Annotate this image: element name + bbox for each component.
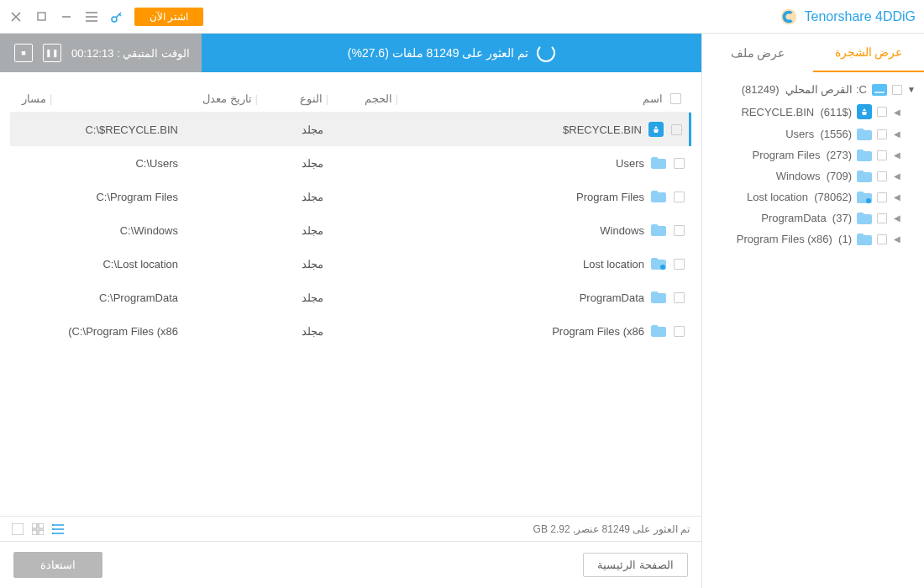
tree-label: (Program Files (273 [753,149,853,161]
table-header: اسم |الحجم |النوع |تاريخ معدل |مسار [10,86,691,113]
table-row[interactable]: Lost locationمجلدC:\Lost location [10,247,691,281]
svg-point-4 [866,198,871,203]
checkbox[interactable] [877,129,887,139]
table-row[interactable]: RECYCLE.BIN$مجلدC:\$RECYCLE.BIN [10,113,691,146]
home-button[interactable]: الصفحة الرئيسية [583,553,688,577]
col-date[interactable]: |تاريخ معدل [181,92,282,105]
grid-view-icon[interactable] [32,523,44,535]
key-icon[interactable] [109,9,124,24]
tree-item[interactable]: ◀(Program Files (x86) (1 [702,228,924,249]
row-checkbox[interactable] [674,292,685,303]
row-name: RECYCLE.BIN$ [563,123,642,136]
folder-icon [857,213,872,224]
row-type: مجلد [279,291,346,304]
tree-item[interactable]: ◀(RECYCLE.BIN (611$ [702,100,924,123]
row-checkbox[interactable] [671,124,682,135]
chevron-left-icon[interactable]: ◀ [892,150,900,160]
table-row[interactable]: WindowsمجلدC:\Windows [10,213,691,247]
row-name: ProgramData [580,291,644,304]
table-row[interactable]: ProgramDataمجلدC:\ProgramData [10,281,691,314]
svg-point-6 [52,524,54,526]
tree-item[interactable]: ◀(ProgramData (37 [702,207,924,228]
folder-icon [857,150,872,161]
checkbox[interactable] [877,171,887,181]
checkbox[interactable] [877,107,887,117]
select-all-checkbox[interactable] [670,93,681,104]
close-icon[interactable] [8,9,24,24]
checkbox[interactable] [877,234,887,244]
chevron-left-icon[interactable]: ◀ [892,171,900,181]
chevron-down-icon[interactable]: ▼ [907,85,916,94]
row-name: Windows [600,224,644,237]
folder-icon [857,171,872,182]
list-view-icon[interactable] [52,523,64,535]
spinner-icon [537,44,555,62]
table-row[interactable]: Program FilesمجلدC:\Program Files [10,180,691,213]
row-path: (C:\Program Files (x86 [10,325,178,338]
recover-button[interactable]: استعادة [13,552,102,578]
time-remaining: الوقت المتبقي : 00:12:13 ❚❚ ■ [0,34,202,72]
checkbox[interactable] [877,192,887,202]
col-size[interactable]: |الحجم [349,92,417,105]
logo-icon [780,8,798,26]
row-name: Lost location [583,258,644,270]
svg-rect-13 [12,523,24,535]
tree-label: (Users (1556 [785,128,852,140]
tree-label: (Windows (709 [776,170,852,182]
checkbox[interactable] [892,85,902,95]
checkbox[interactable] [877,150,887,160]
tab-file-view[interactable]: عرض ملف [702,34,813,72]
chevron-left-icon[interactable]: ◀ [892,213,900,223]
tree-root[interactable]: ▼ C: القرص المحلي (81249) [702,79,924,100]
row-name: Program Files [576,191,644,203]
checkbox[interactable] [877,213,887,223]
svg-rect-11 [32,530,37,535]
svg-rect-9 [32,523,37,528]
table-row[interactable]: UsersمجلدC:\Users [10,146,691,180]
folder-icon [857,192,872,203]
chevron-left-icon[interactable]: ◀ [892,192,900,202]
row-name: Users [616,157,644,170]
row-checkbox[interactable] [674,192,685,202]
buy-button[interactable]: اشتر الآن [134,8,203,26]
maximize-icon[interactable] [34,9,49,24]
tree-label: (ProgramData (37 [761,212,852,224]
row-type: مجلد [279,258,346,270]
row-checkbox[interactable] [674,259,685,270]
folder-icon [651,291,666,303]
tree-item[interactable]: ◀(Lost location (78062 [702,186,924,207]
col-path[interactable]: |مسار [13,92,181,105]
minimize-icon[interactable] [59,9,74,24]
svg-rect-12 [39,530,44,535]
row-path: C:\Program Files [10,191,178,203]
svg-point-5 [660,265,665,270]
row-type: مجلد [279,224,346,237]
svg-rect-2 [872,84,887,96]
tree-label: (Lost location (78062 [747,191,852,203]
detail-view-icon[interactable] [12,523,24,535]
col-name[interactable]: اسم [417,92,663,105]
folder-icon [651,325,666,337]
svg-rect-10 [39,523,44,528]
tree-item[interactable]: ◀(Program Files (273 [702,144,924,165]
stop-button[interactable]: ■ [14,44,33,62]
folder-icon [857,129,872,140]
row-name: Program Files (x86 [552,325,644,338]
chevron-left-icon[interactable]: ◀ [892,108,900,117]
tree-panel: ▼ C: القرص المحلي (81249) ◀(RECYCLE.BIN … [702,72,924,588]
tab-tree-view[interactable]: عرض الشجرة [813,34,924,72]
row-checkbox[interactable] [674,225,685,236]
row-checkbox[interactable] [674,326,685,337]
row-checkbox[interactable] [674,158,685,169]
chevron-left-icon[interactable]: ◀ [892,129,900,139]
tree-item[interactable]: ◀(Windows (709 [702,165,924,186]
recycle-icon [857,104,872,119]
folder-icon [857,234,872,245]
tree-item[interactable]: ◀(Users (1556 [702,123,924,144]
pause-button[interactable]: ❚❚ [43,44,61,62]
svg-point-8 [52,533,54,534]
menu-icon[interactable] [84,9,99,24]
col-type[interactable]: |النوع [282,92,349,105]
table-row[interactable]: Program Files (x86مجلد(C:\Program Files … [10,314,691,348]
chevron-left-icon[interactable]: ◀ [892,234,900,244]
